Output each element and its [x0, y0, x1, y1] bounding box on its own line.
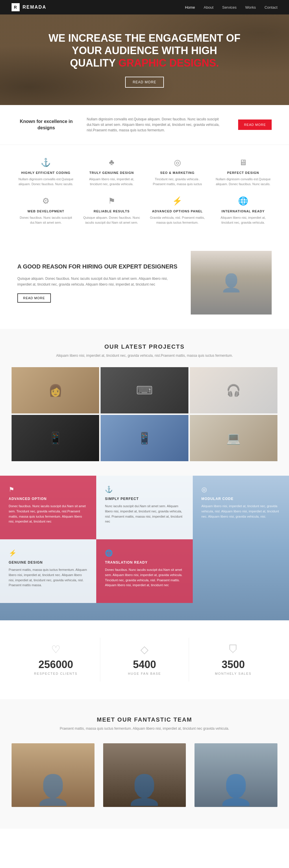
nav-link-home[interactable]: Home: [185, 5, 195, 9]
team-photo-1: 👤: [11, 743, 95, 807]
team-grid: 👤 👤 👤: [11, 743, 278, 811]
nav-links: Home About Services Works Contact: [185, 5, 278, 9]
projects-section: OUR LATEST PROJECTS Aliquam libero nisi,…: [0, 329, 289, 476]
excellence-body: Nullam dignissim convallis est.Quisque a…: [75, 117, 238, 133]
stat-fans-number: 5400: [106, 658, 183, 671]
stat-clients: ♡ 256000 RESPECTED CLIENTS: [11, 638, 100, 682]
project-item-5[interactable]: 📱: [101, 415, 188, 461]
hiring-read-more-button[interactable]: READ MORE: [17, 293, 51, 303]
heart-icon: ♡: [17, 644, 94, 656]
team-member-2: 👤: [103, 743, 186, 811]
hero-section: WE INCREASE THE ENGAGEMENT OF YOUR AUDIE…: [0, 14, 289, 105]
monitor-icon: 🖥: [215, 157, 272, 168]
feature-item-perfect: 🖥 PERFECT DESIGN Nullam dignissim conval…: [215, 157, 272, 186]
stat-fans: ◇ 5400 HUGE FAN BASE: [100, 638, 189, 682]
feature-block-translation-ready: 🌐 TRANSLATION READY Donec faucibus. Nunc…: [96, 539, 192, 603]
team-subtitle: Praesent mattis, massa quis iuctus ferme…: [11, 726, 278, 732]
hiring-content: A GOOD REASON FOR HIRING OUR EXPERT DESI…: [17, 263, 179, 303]
globe-icon: 🌐: [215, 195, 272, 207]
team-photo-3-placeholder: 👤: [194, 743, 278, 807]
projects-subtitle: Aliquam libero nisi, imperdiet at, tinci…: [11, 353, 278, 359]
nav-link-services[interactable]: Services: [222, 5, 237, 9]
team-member-1: 👤: [11, 743, 95, 811]
hiring-title: A GOOD REASON FOR HIRING OUR EXPERT DESI…: [17, 263, 179, 270]
stats-section: ♡ 256000 RESPECTED CLIENTS ◇ 5400 HUGE F…: [0, 620, 289, 699]
team-photo-2: 👤: [103, 743, 186, 807]
logo: R REMADA: [11, 3, 46, 11]
feature-item-seo: ◎ SEO & MARKETING Tincidunt nec, gravida…: [149, 157, 206, 186]
team-photo-1-placeholder: 👤: [11, 743, 95, 807]
globe-icon-block: 🌐: [105, 550, 184, 557]
flag-icon-block: ⚑: [9, 486, 87, 493]
project-item-1[interactable]: 👩: [11, 367, 99, 413]
feature-item-advanced: ⚡ ADVANCED OPTIONS PANEL Gravida vehicul…: [149, 195, 206, 225]
hiring-section: A GOOD REASON FOR HIRING OUR EXPERT DESI…: [0, 237, 289, 329]
circle-icon-block: ◎: [202, 486, 280, 493]
feature-block-empty: [193, 539, 289, 603]
target-icon: ◎: [149, 157, 206, 168]
feature-item-coding: ⚓ HIGHLY EFFICIENT CODING Nullam digniss…: [17, 157, 75, 186]
anchor-icon-block: ⚓: [105, 486, 184, 493]
feature-item-results: ⚑ RELIABLE RESULTS Quisque aliquam. Done…: [83, 195, 140, 225]
stat-clients-label: RESPECTED CLIENTS: [34, 672, 78, 675]
team-section: MEET OUR FANTASTIC TEAM Praesent mattis,…: [0, 699, 289, 828]
features-grid-row2: ⚙ WEB DEVELOPMENT Donec faucibus. Nunc i…: [17, 195, 272, 225]
project-item-3[interactable]: 🎧: [190, 367, 278, 413]
club-icon: ♣: [83, 157, 140, 168]
gear-icon: ⚙: [17, 195, 75, 207]
logo-text: REMADA: [23, 5, 46, 10]
project-item-2[interactable]: ⌨: [101, 367, 188, 413]
stat-sales: ⛉ 3500 MONTHELY SALES: [189, 638, 278, 682]
logo-icon: R: [11, 3, 20, 11]
hiring-image: 👤: [191, 251, 272, 314]
stat-sales-number: 3500: [195, 658, 272, 671]
excellence-read-more-button[interactable]: READ MORE: [238, 120, 272, 130]
nav-link-works[interactable]: Works: [245, 5, 256, 9]
navigation: R REMADA Home About Services Works Conta…: [0, 0, 289, 14]
stat-sales-label: MONTHELY SALES: [215, 672, 252, 675]
hero-headline: WE INCREASE THE ENGAGEMENT OF YOUR AUDIE…: [48, 32, 241, 69]
diamond-icon: ◇: [106, 644, 183, 656]
team-photo-3: 👤: [194, 743, 278, 807]
nav-link-about[interactable]: About: [204, 5, 214, 9]
team-photo-2-placeholder: 👤: [103, 743, 186, 807]
stat-clients-number: 256000: [17, 658, 94, 671]
lightning-icon-block: ⚡: [9, 550, 87, 557]
feature-item-webdev: ⚙ WEB DEVELOPMENT Donec faucibus. Nunc i…: [17, 195, 75, 225]
nav-link-contact[interactable]: Contact: [264, 5, 278, 9]
project-item-6[interactable]: 💻: [190, 415, 278, 461]
features-blocks-grid: ⚑ ADVANCED OPTION Donec faucibus. Nunc i…: [0, 476, 289, 603]
hiring-body: Quisque aliquam. Donec faucibus. Nunc ia…: [17, 276, 179, 288]
basket-icon: ⛉: [195, 644, 272, 656]
features-section: ⚓ HIGHLY EFFICIENT CODING Nullam digniss…: [0, 145, 289, 237]
excellence-heading: Known for excellence in designs: [17, 118, 75, 131]
sliders-icon: ⚡: [149, 195, 206, 207]
projects-title: OUR LATEST PROJECTS: [11, 343, 278, 350]
anchor-icon: ⚓: [17, 157, 75, 168]
excellence-section: Known for excellence in designs Nullam d…: [0, 105, 289, 145]
project-item-4[interactable]: 📱: [11, 415, 99, 461]
flag-icon: ⚑: [83, 195, 140, 207]
features-grid-row1: ⚓ HIGHLY EFFICIENT CODING Nullam digniss…: [17, 157, 272, 186]
team-title: MEET OUR FANTASTIC TEAM: [11, 716, 278, 723]
team-member-3: 👤: [194, 743, 278, 811]
feature-block-simply-perfect: ⚓ SIMPLY PERFECT Nunc iaculis suscipit d…: [96, 476, 192, 539]
feature-item-international: 🌐 INTERNATIONAL READY Aliquam libero nis…: [215, 195, 272, 225]
hiring-image-placeholder: 👤: [191, 251, 272, 314]
features-blocks-section: ⚑ ADVANCED OPTION Donec faucibus. Nunc i…: [0, 476, 289, 620]
projects-grid: 👩 ⌨ 🎧 📱 📱 💻: [11, 367, 278, 461]
stat-fans-label: HUGE FAN BASE: [128, 672, 161, 675]
hero-read-more-button[interactable]: READ MORE: [125, 77, 164, 88]
feature-block-advanced-option: ⚑ ADVANCED OPTION Donec faucibus. Nunc i…: [0, 476, 96, 539]
feature-block-genuine-design: ⚡ GENUINE DESIGN Praesent mattis, massa …: [0, 539, 96, 603]
feature-item-design: ♣ TRULY GENUINE DESIGN Aliquam libero ni…: [83, 157, 140, 186]
feature-block-modular-code: ◎ MODULAR CODE Aliquam libero nisi, impe…: [193, 476, 289, 539]
